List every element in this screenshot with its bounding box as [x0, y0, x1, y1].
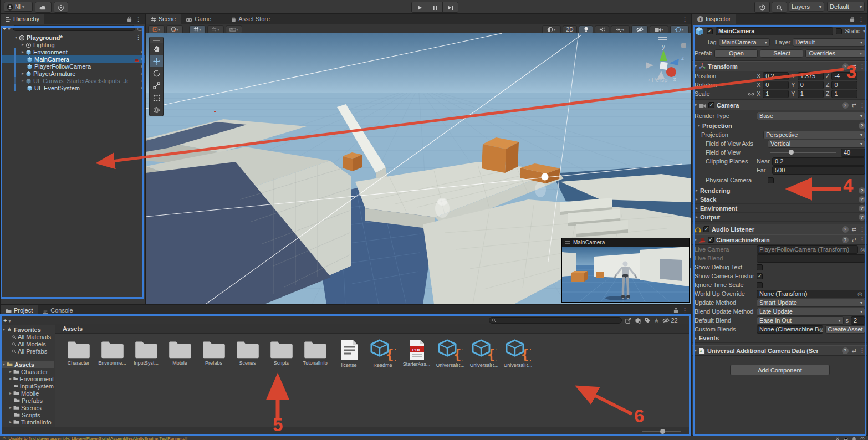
scale-link-icon[interactable] [748, 90, 754, 97]
object-picker-icon[interactable]: ◎ [857, 291, 862, 297]
world-up-field[interactable]: None (Transform)◎ [757, 290, 865, 298]
tree-mobile[interactable]: ▸Mobile [1, 390, 54, 397]
asset-item-folder[interactable]: InputSyst... [129, 339, 163, 368]
menu-kebab-icon[interactable]: ⋮ [858, 16, 864, 23]
hierarchy-item-lighting[interactable]: ▸ Lighting [1, 41, 145, 48]
grid-snapping-button[interactable]: ▾ [189, 25, 206, 34]
orientation-gizmo[interactable]: y z x ‹ Persp [638, 34, 689, 90]
rotation-y-field[interactable]: 0 [798, 81, 824, 89]
menu-kebab-icon[interactable]: ⋮ [859, 347, 865, 354]
asset-item-folder[interactable]: Prefabs [197, 339, 231, 368]
custom-blends-field[interactable]: None (Cinemachine B◎ [757, 325, 823, 334]
scene-kebab-icon[interactable]: ⋮ [135, 34, 141, 41]
clipping-near-field[interactable]: 0.2 [772, 157, 865, 166]
package-visibility-icon[interactable] [635, 317, 641, 324]
asset-item-folder[interactable]: Scripts [264, 339, 298, 368]
prefab-chevron-icon[interactable]: › [141, 85, 142, 91]
object-picker-icon[interactable]: ◎ [860, 247, 865, 253]
favorite-all-models[interactable]: All Models [1, 340, 54, 347]
hierarchy-scene-row[interactable]: ▾ Playground* ⋮ [1, 34, 145, 41]
tree-character[interactable]: ▸Character [1, 368, 54, 375]
search-toggle-icon[interactable] [137, 25, 142, 32]
foldout-open-icon[interactable]: ▾ [15, 35, 17, 40]
fov-value-field[interactable]: 40 [841, 149, 865, 157]
rotate-tool[interactable] [150, 67, 163, 79]
asset-item-scriptable[interactable]: {}UniversalR... [501, 339, 535, 368]
show-frustum-checkbox[interactable]: ✓ [757, 273, 763, 279]
add-component-button[interactable]: Add Component [730, 365, 830, 375]
tree-tutorialinfo[interactable]: ▸TutorialInfo [1, 418, 54, 426]
static-dropdown-icon[interactable]: ▾ [863, 29, 865, 34]
rendering-foldout[interactable]: ▸Rendering? [692, 186, 867, 195]
scene-lighting-button[interactable] [579, 25, 593, 34]
asset-item-folder[interactable]: TutorialInfo [298, 339, 332, 368]
hierarchy-item-environment[interactable]: ▸ Environment › [1, 48, 145, 55]
tree-environment[interactable]: ▸Environment [1, 375, 54, 382]
camera-component-header[interactable]: ▾ ✓ Camera ?⇄⋮ [692, 100, 867, 110]
prefab-chevron-icon[interactable]: › [141, 49, 142, 55]
tab-asset-store[interactable]: Asset Store [226, 14, 275, 24]
hidden-count-button[interactable]: 22 [662, 317, 677, 324]
physical-camera-checkbox[interactable] [768, 177, 774, 183]
play-button[interactable] [411, 2, 427, 13]
presets-icon[interactable]: ⇄ [852, 226, 856, 232]
step-button[interactable] [442, 2, 458, 13]
hierarchy-item-playerarmature[interactable]: ▸ PlayerArmature › [1, 70, 145, 77]
tool-handle-rotation-button[interactable]: ▾ [166, 25, 183, 34]
hierarchy-item-ui-canvas[interactable]: ▸ UI_Canvas_StarterAssetsInputs_Joystick… [1, 77, 145, 84]
events-row[interactable]: ▸Events [692, 334, 867, 343]
undo-history-button[interactable] [754, 2, 770, 13]
project-search-input[interactable] [489, 317, 622, 324]
rect-tool[interactable] [150, 91, 163, 104]
fov-axis-dropdown[interactable]: Vertical▾ [768, 140, 865, 148]
menu-kebab-icon[interactable]: ⋮ [135, 16, 141, 23]
prefab-chevron-icon[interactable]: › [141, 70, 142, 76]
status-refresh-icon[interactable] [835, 435, 840, 440]
snap-increment-button[interactable]: ▾ [207, 25, 224, 34]
scale-tool[interactable] [150, 79, 163, 91]
tab-inspector[interactable]: i Inspector [692, 14, 736, 24]
lock-icon[interactable] [673, 307, 678, 314]
create-plus-button[interactable]: + ▾ [3, 25, 11, 32]
static-checkbox[interactable] [836, 28, 842, 34]
clipping-far-field[interactable]: 500 [772, 166, 865, 175]
scene-visibility-button[interactable] [631, 25, 648, 34]
favorite-all-prefabs[interactable]: All Prefabs [1, 347, 54, 355]
tag-dropdown[interactable]: MainCamera▾ [719, 38, 770, 47]
ignore-timescale-checkbox[interactable] [757, 282, 763, 288]
layer-dropdown[interactable]: Default▾ [793, 38, 865, 47]
environment-foldout[interactable]: ▸Environment? [692, 204, 867, 213]
gameobject-name-field[interactable]: MainCamera [716, 27, 833, 35]
asset-item-folder[interactable]: Environme... [95, 339, 129, 368]
hierarchy-search-input[interactable] [13, 25, 136, 31]
help-icon[interactable]: ? [842, 347, 849, 354]
help-icon[interactable]: ? [842, 237, 849, 243]
tree-scenes[interactable]: ▸Scenes [1, 404, 54, 411]
asset-item-folder[interactable]: Scenes [231, 339, 264, 368]
output-foldout[interactable]: ▸Output? [692, 213, 867, 222]
prefab-open-button[interactable]: Open [714, 49, 758, 58]
rotation-z-field[interactable]: 0 [831, 81, 857, 89]
presets-icon[interactable]: ⇄ [852, 237, 856, 243]
render-type-dropdown[interactable]: Base▾ [757, 112, 865, 120]
camera-enabled-checkbox[interactable]: ✓ [708, 102, 714, 108]
tool-handle-pivot-button[interactable]: ▾ [148, 25, 165, 34]
projection-section-header[interactable]: ▾Projection ? [692, 121, 867, 130]
uacd-component-header[interactable]: ▾ # Universal Additional Camera Data (Sc… [692, 345, 867, 356]
menu-kebab-icon[interactable]: ⋮ [859, 226, 865, 233]
prefab-chevron-icon[interactable]: › [141, 63, 142, 69]
favorites-star-icon[interactable]: ★ [654, 317, 660, 324]
move-tool[interactable] [150, 55, 163, 67]
default-blend-dropdown[interactable]: Ease In Out▾ [757, 316, 844, 325]
preview-menu-icon[interactable] [565, 239, 570, 246]
cloud-button[interactable] [35, 2, 52, 13]
hierarchy-item-playerfollowcamera[interactable]: PlayerFollowCamera › [1, 63, 145, 70]
foldout-closed-icon[interactable]: ▸ [22, 71, 24, 76]
hierarchy-item-ui-eventsystem[interactable]: UI_EventSystem › [1, 84, 145, 91]
transform-component-header[interactable]: ▾ Transform ?⇄⋮ [692, 61, 867, 71]
audio-listener-header[interactable]: ✓ Audio Listener ?⇄⋮ [692, 224, 867, 234]
measure-tool-button[interactable]: ▾ [226, 25, 242, 34]
pause-button[interactable] [427, 2, 443, 13]
open-asset-icon[interactable] [625, 317, 631, 324]
rotation-x-field[interactable]: 0 [763, 81, 789, 89]
